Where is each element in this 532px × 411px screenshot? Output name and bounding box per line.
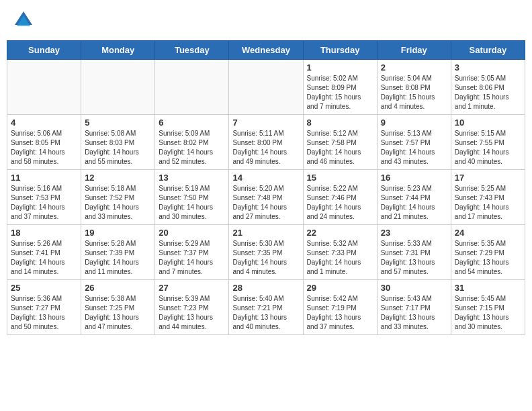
day-number: 9 [381,118,447,128]
day-number: 10 [455,118,521,128]
calendar-cell: 18Sunrise: 5:26 AM Sunset: 7:41 PM Dayli… [7,225,81,280]
day-info: Sunrise: 5:28 AM Sunset: 7:39 PM Dayligh… [85,239,151,277]
day-info: Sunrise: 5:12 AM Sunset: 7:58 PM Dayligh… [307,129,373,167]
day-number: 25 [11,283,77,293]
day-number: 24 [455,228,521,238]
weekday-header-wednesday: Wednesday [229,41,303,60]
day-number: 23 [381,228,447,238]
day-number: 6 [159,118,225,128]
calendar-header: SundayMondayTuesdayWednesdayThursdayFrid… [7,41,525,60]
day-info: Sunrise: 5:22 AM Sunset: 7:46 PM Dayligh… [307,184,373,222]
day-info: Sunrise: 5:45 AM Sunset: 7:15 PM Dayligh… [455,294,521,332]
day-info: Sunrise: 5:13 AM Sunset: 7:57 PM Dayligh… [381,129,447,167]
calendar-cell: 7Sunrise: 5:11 AM Sunset: 8:00 PM Daylig… [229,115,303,170]
day-info: Sunrise: 5:43 AM Sunset: 7:17 PM Dayligh… [381,294,447,332]
calendar-cell [155,60,229,115]
day-info: Sunrise: 5:32 AM Sunset: 7:33 PM Dayligh… [307,239,373,277]
calendar-body: 1Sunrise: 5:02 AM Sunset: 8:09 PM Daylig… [7,60,525,335]
calendar-cell: 8Sunrise: 5:12 AM Sunset: 7:58 PM Daylig… [303,115,377,170]
weekday-header-saturday: Saturday [451,41,525,60]
weekday-header-monday: Monday [81,41,155,60]
calendar-cell: 15Sunrise: 5:22 AM Sunset: 7:46 PM Dayli… [303,170,377,225]
day-info: Sunrise: 5:09 AM Sunset: 8:02 PM Dayligh… [159,129,225,167]
calendar-week-5: 25Sunrise: 5:36 AM Sunset: 7:27 PM Dayli… [7,280,525,335]
day-info: Sunrise: 5:04 AM Sunset: 8:08 PM Dayligh… [381,74,447,111]
day-number: 7 [232,118,299,128]
calendar-cell: 17Sunrise: 5:25 AM Sunset: 7:43 PM Dayli… [451,170,525,225]
calendar-cell: 11Sunrise: 5:16 AM Sunset: 7:53 PM Dayli… [7,170,81,225]
calendar-cell: 19Sunrise: 5:28 AM Sunset: 7:39 PM Dayli… [81,225,155,280]
calendar-week-3: 11Sunrise: 5:16 AM Sunset: 7:53 PM Dayli… [7,170,525,225]
calendar-cell: 5Sunrise: 5:08 AM Sunset: 8:03 PM Daylig… [81,115,155,170]
calendar: SundayMondayTuesdayWednesdayThursdayFrid… [7,40,525,335]
calendar-cell: 20Sunrise: 5:29 AM Sunset: 7:37 PM Dayli… [155,225,229,280]
day-info: Sunrise: 5:36 AM Sunset: 7:27 PM Dayligh… [11,294,77,332]
calendar-cell: 3Sunrise: 5:05 AM Sunset: 8:06 PM Daylig… [451,60,525,115]
day-number: 29 [307,283,373,293]
day-info: Sunrise: 5:25 AM Sunset: 7:43 PM Dayligh… [455,184,521,222]
day-info: Sunrise: 5:19 AM Sunset: 7:50 PM Dayligh… [159,184,225,222]
logo [13,10,36,30]
calendar-week-2: 4Sunrise: 5:06 AM Sunset: 8:05 PM Daylig… [7,115,525,170]
calendar-cell: 6Sunrise: 5:09 AM Sunset: 8:02 PM Daylig… [155,115,229,170]
day-number: 8 [307,118,373,128]
day-info: Sunrise: 5:15 AM Sunset: 7:55 PM Dayligh… [455,129,521,167]
day-number: 18 [11,228,77,238]
weekday-header-row: SundayMondayTuesdayWednesdayThursdayFrid… [7,41,525,60]
weekday-header-sunday: Sunday [7,41,81,60]
day-info: Sunrise: 5:16 AM Sunset: 7:53 PM Dayligh… [11,184,77,222]
day-info: Sunrise: 5:02 AM Sunset: 8:09 PM Dayligh… [307,74,373,111]
calendar-week-1: 1Sunrise: 5:02 AM Sunset: 8:09 PM Daylig… [7,60,525,115]
calendar-cell [229,60,303,115]
calendar-cell: 24Sunrise: 5:35 AM Sunset: 7:29 PM Dayli… [451,225,525,280]
calendar-cell: 28Sunrise: 5:40 AM Sunset: 7:21 PM Dayli… [229,280,303,335]
day-info: Sunrise: 5:05 AM Sunset: 8:06 PM Dayligh… [455,74,521,111]
calendar-cell: 9Sunrise: 5:13 AM Sunset: 7:57 PM Daylig… [377,115,451,170]
calendar-cell: 25Sunrise: 5:36 AM Sunset: 7:27 PM Dayli… [7,280,81,335]
day-number: 1 [307,62,373,73]
day-info: Sunrise: 5:38 AM Sunset: 7:25 PM Dayligh… [85,294,151,332]
calendar-cell: 21Sunrise: 5:30 AM Sunset: 7:35 PM Dayli… [229,225,303,280]
calendar-week-4: 18Sunrise: 5:26 AM Sunset: 7:41 PM Dayli… [7,225,525,280]
day-number: 16 [381,173,447,183]
day-number: 17 [455,173,521,183]
weekday-header-thursday: Thursday [303,41,377,60]
day-number: 12 [85,173,151,183]
calendar-cell: 26Sunrise: 5:38 AM Sunset: 7:25 PM Dayli… [81,280,155,335]
day-number: 22 [307,228,373,238]
calendar-cell: 4Sunrise: 5:06 AM Sunset: 8:05 PM Daylig… [7,115,81,170]
day-info: Sunrise: 5:11 AM Sunset: 8:00 PM Dayligh… [232,129,299,167]
day-info: Sunrise: 5:42 AM Sunset: 7:19 PM Dayligh… [307,294,373,332]
calendar-cell: 22Sunrise: 5:32 AM Sunset: 7:33 PM Dayli… [303,225,377,280]
day-info: Sunrise: 5:08 AM Sunset: 8:03 PM Dayligh… [85,129,151,167]
day-number: 11 [11,173,77,183]
day-number: 13 [159,173,225,183]
calendar-cell [7,60,81,115]
calendar-cell: 27Sunrise: 5:39 AM Sunset: 7:23 PM Dayli… [155,280,229,335]
day-number: 20 [159,228,225,238]
day-info: Sunrise: 5:20 AM Sunset: 7:48 PM Dayligh… [232,184,299,222]
calendar-cell: 23Sunrise: 5:33 AM Sunset: 7:31 PM Dayli… [377,225,451,280]
day-info: Sunrise: 5:30 AM Sunset: 7:35 PM Dayligh… [232,239,299,277]
day-info: Sunrise: 5:40 AM Sunset: 7:21 PM Dayligh… [232,294,299,332]
day-info: Sunrise: 5:06 AM Sunset: 8:05 PM Dayligh… [11,129,77,167]
calendar-cell: 10Sunrise: 5:15 AM Sunset: 7:55 PM Dayli… [451,115,525,170]
day-number: 4 [11,118,77,128]
calendar-cell: 2Sunrise: 5:04 AM Sunset: 8:08 PM Daylig… [377,60,451,115]
page-header [7,7,525,34]
logo-icon [13,10,34,30]
calendar-cell: 12Sunrise: 5:18 AM Sunset: 7:52 PM Dayli… [81,170,155,225]
day-info: Sunrise: 5:39 AM Sunset: 7:23 PM Dayligh… [159,294,225,332]
day-number: 19 [85,228,151,238]
day-number: 15 [307,173,373,183]
day-info: Sunrise: 5:26 AM Sunset: 7:41 PM Dayligh… [11,239,77,277]
day-info: Sunrise: 5:23 AM Sunset: 7:44 PM Dayligh… [381,184,447,222]
day-number: 5 [85,118,151,128]
day-number: 21 [232,228,299,238]
day-number: 28 [232,283,299,293]
weekday-header-tuesday: Tuesday [155,41,229,60]
day-number: 31 [455,283,521,293]
day-info: Sunrise: 5:18 AM Sunset: 7:52 PM Dayligh… [85,184,151,222]
day-info: Sunrise: 5:35 AM Sunset: 7:29 PM Dayligh… [455,239,521,277]
calendar-cell: 13Sunrise: 5:19 AM Sunset: 7:50 PM Dayli… [155,170,229,225]
